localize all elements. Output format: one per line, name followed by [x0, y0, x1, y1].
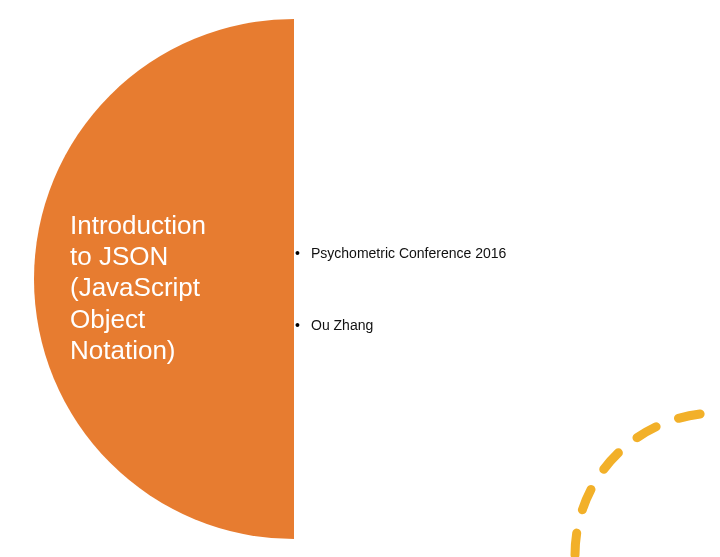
title-line: Introduction — [70, 210, 260, 241]
title-line: (JavaScript — [70, 272, 260, 303]
bullet-list: Psychometric Conference 2016 Ou Zhang — [295, 244, 655, 334]
title-line: Object — [70, 304, 260, 335]
bullet-item: Ou Zhang — [295, 316, 655, 334]
title-line: Notation) — [70, 335, 260, 366]
slide-content: Psychometric Conference 2016 Ou Zhang — [295, 244, 655, 388]
slide-title: Introduction to JSON (JavaScript Object … — [70, 210, 260, 366]
slide: Introduction to JSON (JavaScript Object … — [0, 0, 720, 557]
bullet-item: Psychometric Conference 2016 — [295, 244, 655, 262]
title-line: to JSON — [70, 241, 260, 272]
